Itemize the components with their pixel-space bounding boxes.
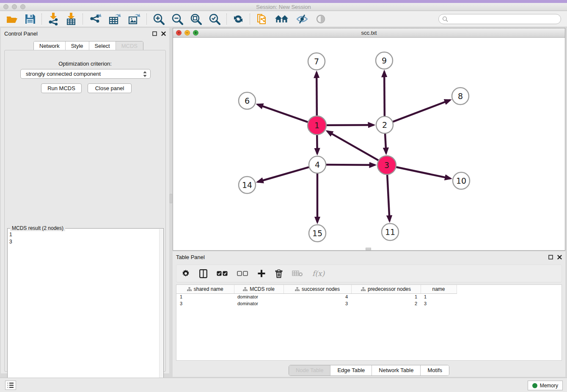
clone-network-icon[interactable] — [253, 12, 271, 26]
graph-node-10[interactable]: 10 — [453, 172, 470, 189]
table-cell[interactable]: 4 — [284, 293, 351, 300]
float-panel-icon[interactable] — [152, 31, 157, 36]
task-history-button[interactable] — [5, 381, 16, 390]
column-header-label: name — [432, 286, 445, 292]
graph-node-1[interactable]: 1 — [308, 116, 326, 135]
zoom-fit-icon[interactable] — [187, 12, 205, 26]
checked-boxes-icon[interactable] — [217, 271, 228, 276]
close-panel-icon[interactable] — [161, 31, 166, 36]
node-label: 4 — [315, 160, 320, 169]
table-cell[interactable]: 1 — [351, 293, 421, 300]
table-tabs: Node Table Edge Table Network Table Moti… — [173, 365, 565, 376]
graph-edge-3-1[interactable] — [327, 131, 379, 160]
plus-icon[interactable] — [257, 269, 266, 278]
node-label: 15 — [312, 229, 322, 238]
float-panel-icon[interactable] — [548, 255, 553, 259]
trash-icon[interactable] — [275, 269, 283, 278]
column-header-name[interactable]: name — [421, 285, 457, 293]
table-row[interactable]: 1dominator411 — [176, 293, 561, 300]
column-header-successor-nodes[interactable]: successor nodes — [284, 285, 351, 293]
close-panel-button[interactable]: Close panel — [88, 83, 132, 93]
tab-node-table[interactable]: Node Table — [289, 365, 331, 375]
graph-edge-1-6[interactable] — [258, 105, 308, 122]
vertical-splitter[interactable] — [169, 28, 173, 373]
column-header-predecessor-nodes[interactable]: predecessor nodes — [351, 285, 421, 293]
node-table[interactable]: shared nameMCDS rolesuccessor nodesprede… — [176, 284, 562, 361]
columns-icon[interactable] — [199, 269, 207, 278]
search-box[interactable] — [438, 14, 561, 24]
graph-edge-1-7[interactable] — [317, 72, 317, 116]
graph-edge-1-2[interactable] — [326, 125, 374, 125]
desktop-background-strip — [0, 0, 567, 3]
column-header-MCDS-role[interactable]: MCDS role — [234, 285, 284, 293]
refresh-icon[interactable] — [229, 12, 247, 26]
table-cell[interactable]: 1 — [421, 293, 457, 300]
zoom-in-icon[interactable] — [149, 12, 168, 26]
graph-node-6[interactable]: 6 — [239, 92, 256, 109]
graph-node-9[interactable]: 9 — [376, 52, 393, 69]
zoom-out-icon[interactable] — [168, 12, 187, 26]
graph-node-4[interactable]: 4 — [309, 156, 326, 173]
table-cell[interactable]: 3 — [284, 300, 351, 307]
graph-edge-3-10[interactable] — [396, 167, 451, 179]
save-icon[interactable] — [21, 12, 39, 26]
criterion-dropdown[interactable]: strongly connected component — [20, 69, 151, 79]
graph-node-8[interactable]: 8 — [452, 88, 469, 105]
network-window-titlebar[interactable]: scc.txt — [173, 28, 565, 38]
graph-node-7[interactable]: 7 — [308, 53, 325, 70]
run-mcds-button[interactable]: Run MCDS — [41, 83, 82, 93]
table-cell[interactable]: dominator — [234, 300, 284, 307]
home-icon[interactable] — [271, 12, 292, 26]
zoom-selected-icon[interactable] — [205, 12, 224, 26]
graph-node-3[interactable]: 3 — [377, 156, 396, 174]
hide-eye-icon[interactable] — [292, 12, 312, 26]
main-titlebar: Session: New Session — [0, 3, 567, 11]
table-cell[interactable]: dominator — [234, 293, 284, 300]
gear-icon[interactable] — [182, 269, 190, 278]
network-graph[interactable]: 7968124314101511 — [173, 38, 565, 250]
tab-select[interactable]: Select — [89, 41, 116, 51]
tab-network[interactable]: Network — [34, 41, 66, 51]
graph-edge-2-9[interactable] — [384, 72, 385, 116]
network-canvas[interactable]: 7968124314101511 — [173, 38, 565, 250]
graph-edge-2-3[interactable] — [385, 133, 386, 153]
tab-motifs[interactable]: Motifs — [421, 365, 449, 375]
close-panel-icon[interactable] — [557, 255, 562, 259]
node-label: 1 — [314, 121, 319, 130]
table-cell[interactable]: 2 — [351, 300, 421, 307]
dropdown-stepper-icon — [143, 71, 147, 77]
table-cell[interactable]: 1 — [176, 293, 234, 300]
horizontal-splitter-handle[interactable] — [366, 248, 371, 250]
graph-node-2[interactable]: 2 — [376, 116, 393, 133]
export-image-icon[interactable] — [124, 12, 144, 26]
import-network-icon[interactable] — [44, 12, 62, 26]
tab-style[interactable]: Style — [66, 41, 89, 51]
graph-node-14[interactable]: 14 — [239, 177, 256, 193]
graph-node-11[interactable]: 11 — [382, 224, 399, 240]
search-input[interactable] — [448, 15, 557, 23]
mcds-result-values: 1 3 — [8, 229, 163, 248]
import-table-icon[interactable] — [62, 12, 80, 26]
tab-mcds[interactable]: MCDS — [116, 41, 143, 51]
open-folder-icon[interactable] — [3, 12, 21, 26]
graph-edge-2-8[interactable] — [393, 100, 450, 122]
table-row[interactable]: 3dominator323 — [176, 300, 561, 307]
column-header-shared-name[interactable]: shared name — [176, 285, 234, 293]
export-table-icon[interactable] — [105, 12, 124, 26]
graph-edge-4-3[interactable] — [326, 165, 375, 165]
splitter-handle[interactable] — [170, 194, 172, 203]
toolbar-separator — [226, 14, 227, 25]
tab-edge-table[interactable]: Edge Table — [330, 365, 372, 375]
result-scrollbar[interactable] — [159, 229, 163, 388]
table-cell[interactable]: 3 — [176, 300, 234, 307]
toolbar-separator — [83, 14, 83, 25]
memory-button[interactable]: Memory — [528, 381, 563, 390]
control-panel-header: Control Panel — [1, 28, 169, 39]
unchecked-boxes-icon[interactable] — [237, 271, 248, 276]
table-cell[interactable]: 3 — [421, 300, 457, 307]
graph-edge-4-14[interactable] — [258, 167, 309, 182]
export-network-icon[interactable] — [85, 12, 105, 26]
graph-edge-3-11[interactable] — [387, 174, 390, 221]
graph-node-15[interactable]: 15 — [309, 225, 326, 242]
tab-network-table[interactable]: Network Table — [372, 365, 421, 375]
